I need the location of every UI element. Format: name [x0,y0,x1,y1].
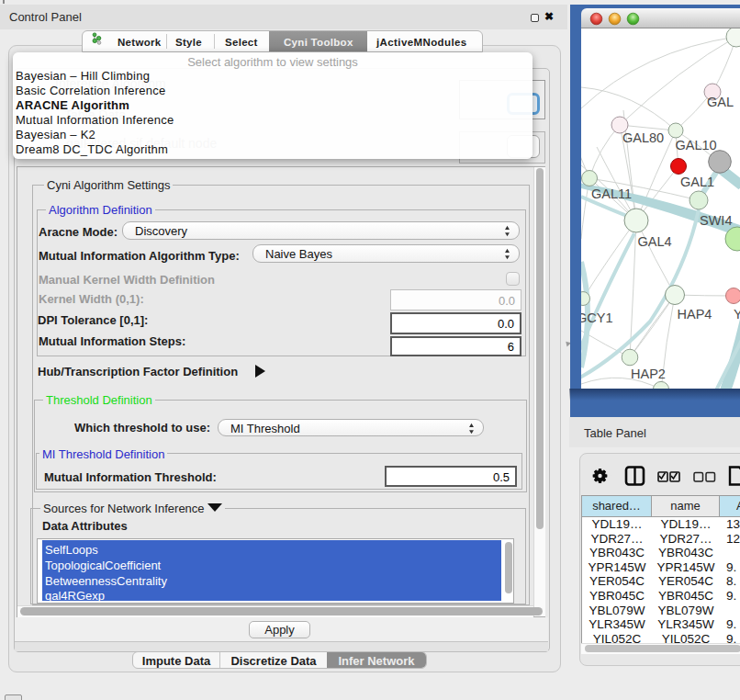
svg-text:SWI4: SWI4 [700,213,732,228]
svg-text:GAL80: GAL80 [622,130,664,145]
svg-text:HAP2: HAP2 [631,367,666,381]
svg-text:GCY1: GCY1 [581,310,613,325]
svg-text:GAL10: GAL10 [676,138,717,152]
svg-text:GAL: GAL [707,95,734,109]
svg-text:Y: Y [734,307,740,322]
svg-text:GAL4: GAL4 [638,234,672,249]
svg-text:GAL11: GAL11 [591,186,632,201]
svg-text:GAL1: GAL1 [680,175,714,189]
svg-text:HAP4: HAP4 [678,307,712,322]
